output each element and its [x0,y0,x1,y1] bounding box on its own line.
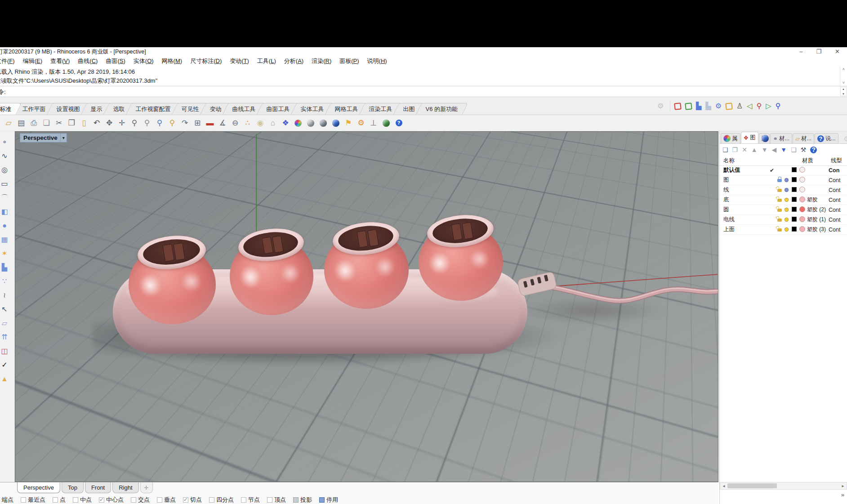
object-snap-icon[interactable]: ∴ [245,119,250,127]
osnap-顶点[interactable]: 顶点 [267,496,286,504]
open-file-icon[interactable]: ▱ [5,119,11,127]
material-swatch[interactable] [799,226,805,232]
close-button[interactable]: ✕ [835,48,840,55]
tab-materials[interactable]: ⚭材... [770,133,792,143]
pyramid-icon[interactable]: ▲ [1,375,8,383]
named-view-button[interactable]: ▬ [204,117,216,129]
layer-row-默认值[interactable]: 默认值✔Con [720,165,847,175]
block-tool-button[interactable]: ◫ [0,344,11,358]
lamp-icon[interactable]: ◉ [257,119,264,127]
fillet-tool-button[interactable]: ≀ [0,288,11,302]
command-scrollbar[interactable]: ˄˅ [840,66,847,86]
osnap-最近点[interactable]: 最近点 [21,496,45,504]
render-preview-sphere-icon[interactable] [307,120,314,127]
osnap-checkbox[interactable] [241,497,246,503]
osnap-垂点[interactable]: 垂点 [157,496,176,504]
cplane-button[interactable]: ⊥ [368,117,379,129]
lock-icon[interactable] [777,219,782,222]
new-viewport-icon[interactable]: ✛ [140,482,153,493]
play-back-icon[interactable]: ◁ [747,103,752,110]
column-material[interactable]: 材质 [802,157,813,165]
rectangle-tool-button[interactable]: ▭ [0,177,11,191]
material-swatch[interactable] [799,187,805,192]
menu-item-12[interactable]: 面板(P) [335,57,363,65]
bulb-icon[interactable] [785,208,789,212]
menu-item-11[interactable]: 渲染(R) [308,57,335,65]
measure-icon[interactable]: ∡ [219,119,226,127]
lock-icon[interactable] [777,209,782,212]
zoom-button[interactable]: ⚲ [129,117,140,129]
block-icon[interactable]: ◫ [1,348,8,355]
layer-color-swatch[interactable] [792,177,797,182]
color-wheel-icon[interactable] [294,120,302,127]
panel-help-icon[interactable]: ? [810,147,817,153]
undo-button[interactable]: ↶ [91,117,103,129]
filter-icon[interactable]: ▼ [780,147,787,153]
bulb-icon[interactable] [785,188,789,192]
lock-icon[interactable] [777,199,782,202]
layer-row-底[interactable]: 底塑胶Cont [720,195,847,205]
model-sphere-2[interactable] [229,229,314,315]
offset-up-tool-button[interactable]: ⇈ [0,330,11,344]
tab-help[interactable]: ?说... [815,133,838,143]
material-swatch[interactable] [799,177,805,183]
menu-item-5[interactable]: 实体(O) [129,57,158,65]
save-button[interactable]: ▤ [15,117,27,129]
sphere-tool-button[interactable]: ● [0,219,11,232]
open-file-button[interactable]: ▱ [3,117,14,129]
extrude-tool-button[interactable]: ▙ [0,260,11,274]
rotate-view-icon[interactable]: ✛ [119,119,125,127]
point-icon[interactable]: ∘ [2,138,7,146]
osnap-checkbox[interactable] [73,497,78,503]
gear-icon[interactable]: ⚙ [657,102,664,110]
point-tool-button[interactable]: ∘ [0,135,11,149]
layer-row-电线[interactable]: 电线塑胶 (1)Cont [720,215,847,225]
tab-render[interactable]: 渲 [759,133,770,143]
cut-icon[interactable]: ✂ [56,119,62,127]
layer-color-swatch[interactable] [792,167,797,172]
osnap-checkbox[interactable] [267,497,272,503]
settings-gears-icon[interactable]: ⚙ [715,103,722,110]
rectangle-icon[interactable]: ▭ [1,180,8,187]
earth-button[interactable] [380,117,392,129]
layer-row-线[interactable]: 线Cont [720,185,847,195]
duplicate-layer-icon[interactable]: ❐ [732,147,738,153]
rendered-sphere-button[interactable] [330,117,342,129]
layer-color-swatch[interactable] [792,217,797,222]
bulb-icon[interactable] [785,227,789,232]
control-point-curve-icon[interactable]: ∿ [1,152,7,160]
column-linetype[interactable]: 线型 [831,157,842,165]
arc-tool-button[interactable]: ⌒ [0,191,11,205]
render-zoom-icon[interactable]: ⚲ [757,103,762,110]
menu-item-6[interactable]: 网格(M) [158,57,187,65]
help-icon[interactable]: ? [396,120,402,126]
surface-icon[interactable]: ◧ [1,208,8,215]
menu-item-4[interactable]: 曲面(S) [102,57,129,65]
osnap-checkbox[interactable] [319,497,325,503]
new-file-icon[interactable]: ❏ [43,119,49,127]
offset-up-icon[interactable]: ⇈ [1,334,7,341]
lock-icon[interactable] [777,179,782,182]
osnap-点[interactable]: 点 [53,496,66,504]
point-group-icon[interactable]: ∵ [2,278,7,285]
column-name[interactable]: 名称 [723,157,735,165]
osnap-切点[interactable]: 切点 [183,496,202,504]
tab-layers-icon[interactable]: ❖ [744,135,749,141]
delete-layer-icon[interactable]: ✕ [742,147,747,153]
copy-icon[interactable]: ❐ [68,119,75,127]
circle-center-icon[interactable]: ⊖ [232,119,238,127]
osnap-停用[interactable]: 停用 [319,496,338,504]
osnap-checkbox[interactable] [209,497,214,503]
extrude-blue-icon[interactable]: ▙ [696,103,701,110]
collapse-icon[interactable]: ◀ [772,147,777,153]
render-preview-sphere-button[interactable] [305,117,317,129]
rotate-plane-tool-button[interactable]: ▱ [0,316,11,330]
mesh-tool-button[interactable]: ▦ [0,232,11,246]
menu-item-2[interactable]: 查看(V) [46,57,74,65]
panel-hscrollbar[interactable]: ◂ ▸ [720,482,847,490]
extrude-icon[interactable]: ▙ [2,264,7,271]
print-icon[interactable]: ⎙ [31,119,37,127]
viewport-tab-right[interactable]: Right [112,482,138,493]
cable-connector[interactable] [517,272,557,296]
material-swatch[interactable] [799,167,805,173]
